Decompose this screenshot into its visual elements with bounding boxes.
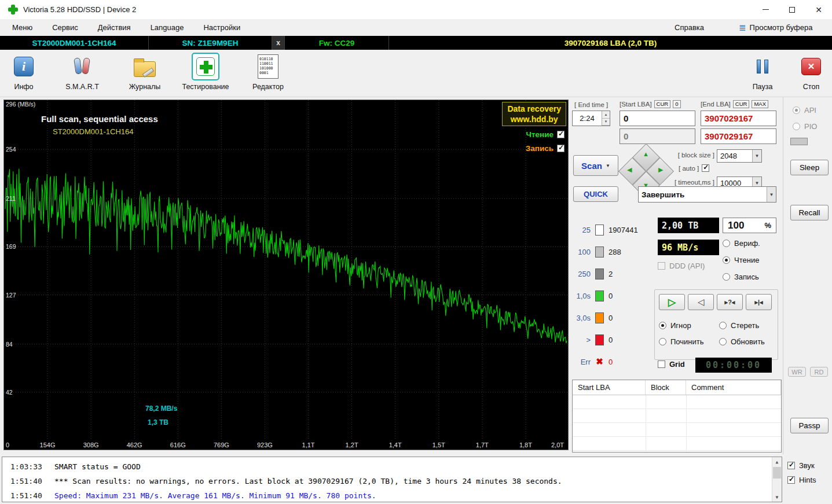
stat-threshold-label: > [572, 336, 591, 344]
stat-row: >0 [572, 329, 653, 351]
action-radio-Игнор[interactable]: Игнор [659, 317, 719, 333]
toolbar-editor-label: Редактор [252, 83, 284, 91]
rd-button[interactable]: RD [810, 367, 828, 377]
stat-color-swatch [595, 312, 604, 323]
log-scrollbar[interactable]: ▲ ▼ [772, 457, 782, 502]
jump-lba-button[interactable]: ▸?◂ [717, 294, 743, 310]
grid-option[interactable]: Grid [658, 360, 685, 369]
mode-radio-Чтение[interactable]: Чтение [723, 252, 760, 268]
skip-button[interactable]: ▸|◂ [746, 294, 772, 310]
pause-button[interactable]: Пауза [746, 52, 779, 91]
start-lba-zero-button[interactable]: 0 [673, 100, 680, 108]
stat-row: 100288 [572, 241, 653, 263]
recall-button[interactable]: Recall [790, 205, 829, 220]
mode-radio-Вериф.[interactable]: Вериф. [723, 235, 760, 252]
stat-count-value: 0 [609, 358, 613, 366]
scan-mode-dropdown[interactable]: Scan ▼ [573, 155, 618, 176]
toolbar-journals-label: Журналы [129, 83, 161, 91]
auto-checkbox[interactable] [702, 164, 709, 172]
log-message: Speed: Maximum 231 MB/s. Average 161 MB/… [47, 491, 376, 500]
buffer-view-button[interactable]: ≣ Просмотр буфера [739, 19, 812, 36]
start-lba-input[interactable]: 0 [620, 111, 695, 126]
stat-count-value: 288 [609, 248, 621, 256]
ddd-checkbox[interactable] [658, 262, 665, 270]
scroll-up-icon[interactable]: ▲ [772, 457, 782, 466]
defect-column-header[interactable]: Comment [686, 380, 781, 395]
action-radio-Стереть[interactable]: Стереть [719, 317, 779, 333]
back-icon: ◁ [698, 297, 705, 307]
defect-column-header[interactable]: Start LBA [573, 380, 646, 395]
toolbar-smart-label: S.M.A.R.T [65, 83, 99, 91]
menu-item-5[interactable]: Настройки [193, 19, 250, 36]
menu-item-1[interactable]: Меню [2, 19, 42, 36]
action-radio-Починить[interactable]: Починить [659, 333, 719, 350]
end-lba-input[interactable]: 3907029167 [701, 111, 776, 126]
stat-threshold-label: 100 [572, 248, 591, 256]
wr-button[interactable]: WR [788, 367, 806, 377]
spin-down-icon: ▼ [602, 119, 610, 126]
editor-icon: 010110 110011 101000 0001 [258, 54, 278, 79]
radio-label: Игнор [670, 321, 691, 330]
finish-action-select[interactable]: Завершить▼ [638, 186, 776, 203]
menu-item-3[interactable]: Действия [88, 19, 141, 36]
toolbar-journals-button[interactable]: Журналы [122, 52, 168, 91]
device-serial: SN: Z1E9M9EH [149, 36, 272, 50]
end-time-label: [ End time ] [574, 101, 608, 108]
chart-annotation: 78,2 MB/s [145, 404, 177, 413]
start-lba-cur-button[interactable]: CUR [654, 100, 671, 108]
defect-table: Start LBABlockComment [572, 380, 782, 453]
auto-label: [ auto ] [679, 165, 699, 172]
toolbar-testing-label: Тестирование [182, 83, 229, 91]
menu-item-4[interactable]: Language [141, 19, 194, 36]
maximize-button[interactable] [779, 0, 805, 19]
mode-radio-Запись[interactable]: Запись [723, 268, 760, 285]
stop-button[interactable]: ✕ Стоп [794, 52, 828, 91]
start-scan-button[interactable]: ▷ [659, 294, 685, 310]
hints-checkbox[interactable] [787, 476, 795, 484]
device-capacity: 3907029168 LBA (2,0 TB) [389, 36, 832, 50]
scroll-down-icon[interactable]: ▼ [772, 492, 782, 502]
toolbar-testing-button[interactable]: Тестирование [174, 52, 237, 91]
defect-column-header[interactable]: Block [646, 380, 686, 395]
action-radio-Обновить[interactable]: Обновить [719, 333, 779, 350]
arrow-right-icon: ▶ [658, 166, 663, 174]
testing-icon [196, 57, 215, 76]
test-control-panel: [ End time ] 2:24 ▲▼ [Start LBA] CUR 0 0… [571, 98, 783, 454]
radio-label: Стереть [731, 321, 759, 330]
step-back-button[interactable]: ◁ [688, 294, 714, 310]
spinner-arrows[interactable]: ▲▼ [602, 111, 610, 126]
end-lba-cur-button[interactable]: CUR [733, 100, 750, 108]
toolbar-smart-button[interactable]: S.M.A.R.T [59, 52, 105, 91]
maximize-icon [789, 7, 795, 13]
sound-checkbox[interactable] [787, 462, 795, 469]
block-size-select[interactable]: 2048▼ [717, 149, 762, 163]
device-close-button[interactable]: x [272, 36, 285, 50]
toolbar-info-button[interactable]: i Инфо [6, 52, 42, 91]
scrollbar-thumb[interactable] [773, 467, 781, 479]
end-time-spinner[interactable]: 2:24 ▲▼ [572, 111, 610, 126]
api-radio[interactable]: API [793, 102, 816, 119]
minimize-button[interactable] [752, 0, 779, 19]
hints-option[interactable]: Hints [787, 476, 816, 484]
grid-checkbox[interactable] [658, 360, 665, 368]
toolbar-editor-button[interactable]: 010110 110011 101000 0001 Редактор [245, 52, 291, 91]
menu-item-help[interactable]: Справка [670, 19, 709, 36]
pio-radio[interactable]: PIO [793, 118, 817, 135]
sound-option[interactable]: Звук [787, 461, 816, 470]
progress-percent-value: 100 [728, 220, 744, 231]
stat-threshold-label: 1,0s [572, 292, 591, 300]
sleep-button[interactable]: Sleep [790, 160, 829, 175]
menu-item-2[interactable]: Сервис [42, 19, 88, 36]
close-button[interactable]: ✕ [805, 0, 832, 19]
ddd-option[interactable]: DDD (API) [658, 262, 705, 270]
test-mode-radios: Вериф.ЧтениеЗапись [723, 235, 760, 285]
start-lba-secondary-input[interactable]: 0 [620, 128, 695, 144]
spin-up-icon: ▲ [602, 111, 610, 119]
end-lba-secondary-input[interactable]: 3907029167 [701, 128, 776, 144]
radio-icon [723, 256, 730, 264]
end-lba-max-button[interactable]: MAX [752, 100, 768, 108]
chevron-down-icon: ▼ [767, 187, 776, 202]
quick-button[interactable]: QUICK [573, 186, 618, 202]
sound-label: Звук [799, 461, 815, 470]
passp-button[interactable]: Passp [790, 418, 829, 433]
